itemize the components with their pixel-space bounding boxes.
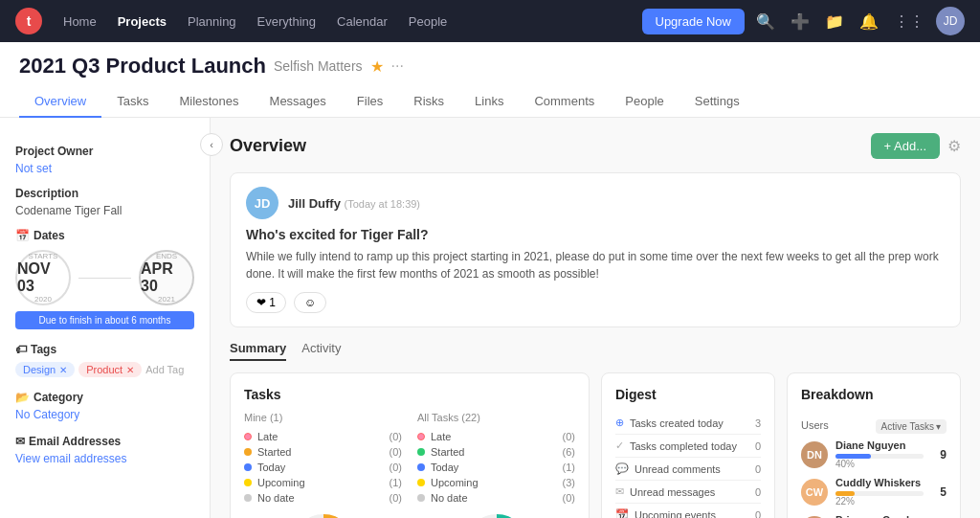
email-icon: ✉ bbox=[15, 435, 25, 448]
digest-panel-title: Digest bbox=[615, 387, 761, 402]
chat-icon: 💬 bbox=[615, 462, 629, 475]
grid-icon[interactable]: ⋮⋮ bbox=[890, 9, 928, 34]
breakdown-name-diane: Diane Nguyen bbox=[835, 439, 924, 451]
events-icon: 📆 bbox=[615, 508, 629, 518]
tag-design-remove[interactable]: ✕ bbox=[59, 365, 67, 375]
avatar-diane: DN bbox=[801, 441, 828, 468]
today-dot bbox=[244, 463, 252, 471]
nodate-count-all: (0) bbox=[563, 492, 575, 504]
start-date-circle: Starts NOV 03 2020 bbox=[15, 250, 71, 305]
settings-gear-icon[interactable]: ⚙ bbox=[947, 137, 961, 155]
tab-overview[interactable]: Overview bbox=[19, 86, 101, 118]
app-logo[interactable]: t bbox=[15, 8, 42, 34]
late-label-all: Late bbox=[431, 431, 557, 442]
nodate-dot-all bbox=[417, 494, 425, 502]
today-label-mine: Today bbox=[257, 462, 384, 473]
tab-people[interactable]: People bbox=[610, 86, 679, 118]
late-dot-all bbox=[417, 433, 425, 440]
tasks-inner: Mine (1) Late (0) Started (0) bbox=[244, 412, 575, 518]
description-value: Codename Tiger Fall bbox=[15, 204, 194, 217]
tab-settings[interactable]: Settings bbox=[679, 86, 755, 118]
topnav: t Home Projects Planning Everything Cale… bbox=[0, 0, 980, 42]
upcoming-dot-all bbox=[417, 479, 425, 486]
nav-calendar[interactable]: Calendar bbox=[327, 9, 397, 34]
bell-icon[interactable]: 🔔 bbox=[856, 9, 882, 34]
task-today-mine: Today (0) bbox=[244, 462, 402, 473]
upcoming-label-all: Upcoming bbox=[431, 477, 557, 488]
task-upcoming-all: Upcoming (3) bbox=[417, 477, 575, 488]
end-date-circle: Ends APR 30 2021 bbox=[139, 250, 194, 305]
start-day: NOV 03 bbox=[17, 260, 69, 294]
inner-tab-summary[interactable]: Summary bbox=[230, 341, 286, 361]
nodate-label-mine: No date bbox=[257, 492, 384, 504]
upgrade-button[interactable]: Upgrade Now bbox=[642, 9, 746, 34]
digest-completed-count: 0 bbox=[755, 440, 761, 452]
tasks-mine-col: Mine (1) Late (0) Started (0) bbox=[244, 412, 402, 518]
breakdown-info-cuddly: Cuddly Whiskers 22% bbox=[835, 477, 924, 507]
nav-planning[interactable]: Planning bbox=[178, 9, 246, 34]
active-tasks-sort-button[interactable]: Active Tasks ▾ bbox=[876, 419, 947, 434]
inner-tabs: Summary Activity bbox=[230, 341, 961, 361]
nav-everything[interactable]: Everything bbox=[248, 9, 325, 34]
tasks-panel: Tasks Mine (1) Late (0) Started bbox=[230, 372, 590, 518]
nav-home[interactable]: Home bbox=[54, 9, 106, 34]
project-owner-value[interactable]: Not set bbox=[15, 162, 194, 175]
tab-messages[interactable]: Messages bbox=[255, 86, 342, 118]
breakdown-info-diane: Diane Nguyen 40% bbox=[835, 439, 924, 469]
digest-panel: Digest ⊕ Tasks created today 3 ✓ Tasks c… bbox=[601, 372, 775, 518]
content-header: Overview + Add... ⚙ bbox=[230, 133, 961, 159]
add-tag-button[interactable]: Add Tag bbox=[145, 364, 184, 375]
started-label-all: Started bbox=[431, 446, 557, 458]
add-icon[interactable]: ➕ bbox=[787, 9, 813, 34]
nav-projects[interactable]: Projects bbox=[108, 9, 176, 34]
tab-tasks[interactable]: Tasks bbox=[101, 86, 164, 118]
tag-design[interactable]: Design ✕ bbox=[15, 362, 75, 377]
view-email-link[interactable]: View email addresses bbox=[15, 452, 194, 465]
upcoming-label-mine: Upcoming bbox=[257, 477, 384, 488]
tags-row: Design ✕ Product ✕ Add Tag bbox=[15, 362, 194, 377]
tab-milestones[interactable]: Milestones bbox=[164, 86, 254, 118]
star-icon[interactable]: ★ bbox=[370, 57, 384, 76]
tab-files[interactable]: Files bbox=[342, 86, 398, 118]
user-avatar[interactable]: JD bbox=[936, 7, 965, 35]
task-late-mine: Late (0) bbox=[244, 431, 402, 442]
heart-reaction-button[interactable]: ❤ 1 bbox=[246, 292, 286, 313]
nodate-count-mine: (0) bbox=[390, 492, 402, 504]
sidebar-collapse-button[interactable]: ‹ bbox=[200, 133, 223, 156]
digest-comments-count: 0 bbox=[755, 463, 761, 475]
tasks-all-col: All Tasks (22) Late (0) Started (6) bbox=[417, 412, 575, 518]
task-started-mine: Started (0) bbox=[244, 446, 402, 458]
emoji-reaction-button[interactable]: ☺ bbox=[294, 292, 326, 313]
breakdown-row-carolyn: PC Princess Carolyn 18% 4 bbox=[801, 514, 947, 518]
upcoming-dot bbox=[244, 479, 252, 486]
tab-links[interactable]: Links bbox=[459, 86, 519, 118]
tag-product[interactable]: Product ✕ bbox=[78, 362, 142, 377]
folder-icon[interactable]: 📁 bbox=[821, 9, 848, 34]
breakdown-name-carolyn: Princess Carolyn bbox=[835, 514, 924, 518]
calendar-icon: 📅 bbox=[15, 229, 30, 242]
project-subtitle: Selfish Matters bbox=[274, 58, 363, 74]
content-area: Overview + Add... ⚙ JD Jill Duffy (Today… bbox=[211, 118, 980, 518]
active-tasks-label: Active Tasks bbox=[881, 421, 934, 432]
main-layout: ‹ Project Owner Not set Description Code… bbox=[0, 118, 980, 518]
digest-messages-count: 0 bbox=[755, 486, 761, 498]
avatar-cuddly: CW bbox=[801, 479, 828, 506]
content-header-right: + Add... ⚙ bbox=[871, 133, 961, 159]
more-options-icon[interactable]: ··· bbox=[391, 57, 404, 75]
digest-row-comments: 💬 Unread comments 0 bbox=[615, 458, 761, 481]
subnav: Overview Tasks Milestones Messages Files… bbox=[19, 86, 961, 117]
task-today-all: Today (1) bbox=[417, 462, 575, 473]
tab-comments[interactable]: Comments bbox=[519, 86, 610, 118]
tags-label: 🏷 Tags bbox=[15, 343, 194, 356]
tab-risks[interactable]: Risks bbox=[398, 86, 459, 118]
add-button[interactable]: + Add... bbox=[871, 133, 940, 159]
breakdown-header: Breakdown bbox=[801, 387, 947, 412]
category-value[interactable]: No Category bbox=[15, 408, 194, 421]
search-icon[interactable]: 🔍 bbox=[752, 9, 779, 34]
inner-tab-activity[interactable]: Activity bbox=[301, 341, 341, 361]
post-author-info: Jill Duffy (Today at 18:39) bbox=[288, 196, 420, 211]
tag-product-remove[interactable]: ✕ bbox=[126, 365, 134, 375]
started-dot bbox=[244, 448, 252, 456]
nav-people[interactable]: People bbox=[399, 9, 457, 34]
post-reactions: ❤ 1 ☺ bbox=[246, 292, 945, 313]
